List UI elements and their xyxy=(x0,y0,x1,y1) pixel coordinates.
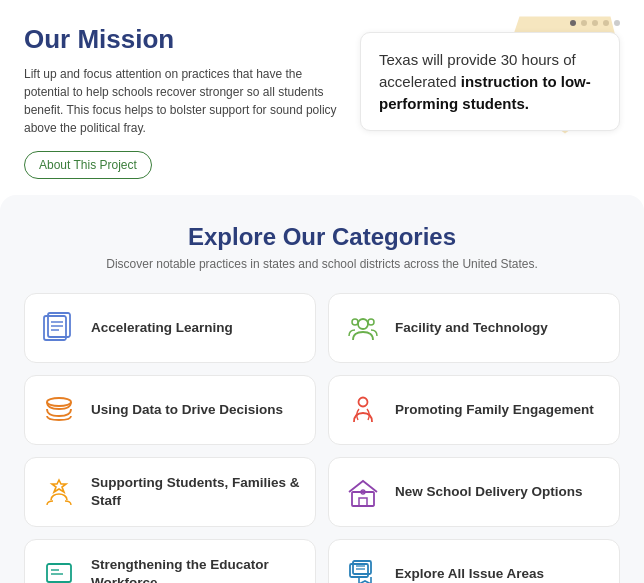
category-card-supporting-students[interactable]: Supporting Students, Families & Staff xyxy=(24,457,316,527)
categories-section: Explore Our Categories Discover notable … xyxy=(0,195,644,583)
category-card-facility-technology[interactable]: Facility and Technology xyxy=(328,293,620,363)
category-card-new-school[interactable]: New School Delivery Options xyxy=(328,457,620,527)
category-card-using-data[interactable]: Using Data to Drive Decisions xyxy=(24,375,316,445)
facility-technology-icon xyxy=(343,308,383,348)
svg-rect-14 xyxy=(47,564,71,582)
accelerating-learning-label: Accelerating Learning xyxy=(91,319,233,337)
using-data-icon xyxy=(39,390,79,430)
svg-point-9 xyxy=(359,398,368,407)
category-card-explore-all[interactable]: Explore All Issue Areas xyxy=(328,539,620,583)
mission-left: Our Mission Lift up and focus attention … xyxy=(24,20,340,179)
explore-all-label: Explore All Issue Areas xyxy=(395,565,544,583)
mission-description: Lift up and focus attention on practices… xyxy=(24,65,340,137)
svg-point-5 xyxy=(358,319,368,329)
facility-technology-label: Facility and Technology xyxy=(395,319,548,337)
svg-point-6 xyxy=(352,319,358,325)
mission-right: Texas will provide 30 hours of accelerat… xyxy=(360,20,620,131)
supporting-students-icon xyxy=(39,472,79,512)
category-card-family-engagement[interactable]: Promoting Family Engagement xyxy=(328,375,620,445)
mission-title: Our Mission xyxy=(24,24,340,55)
svg-point-8 xyxy=(47,398,71,406)
using-data-label: Using Data to Drive Decisions xyxy=(91,401,283,419)
family-engagement-label: Promoting Family Engagement xyxy=(395,401,594,419)
new-school-icon xyxy=(343,472,383,512)
highlight-box: Texas will provide 30 hours of accelerat… xyxy=(360,32,620,131)
about-project-button[interactable]: About This Project xyxy=(24,151,152,179)
categories-title: Explore Our Categories xyxy=(24,223,620,251)
categories-subtitle: Discover notable practices in states and… xyxy=(24,257,620,271)
svg-rect-11 xyxy=(359,498,367,506)
explore-all-icon xyxy=(343,554,383,583)
strengthening-educator-label: Strengthening the Educator Workforce xyxy=(91,556,301,583)
accelerating-learning-icon xyxy=(39,308,79,348)
category-card-strengthening-educator[interactable]: Strengthening the Educator Workforce xyxy=(24,539,316,583)
strengthening-educator-icon xyxy=(39,554,79,583)
categories-grid: Accelerating Learning Facility and Techn… xyxy=(24,293,620,583)
top-section: Our Mission Lift up and focus attention … xyxy=(0,0,644,195)
family-engagement-icon xyxy=(343,390,383,430)
svg-point-7 xyxy=(368,319,374,325)
category-card-accelerating-learning[interactable]: Accelerating Learning xyxy=(24,293,316,363)
new-school-label: New School Delivery Options xyxy=(395,483,583,501)
supporting-students-label: Supporting Students, Families & Staff xyxy=(91,474,301,510)
